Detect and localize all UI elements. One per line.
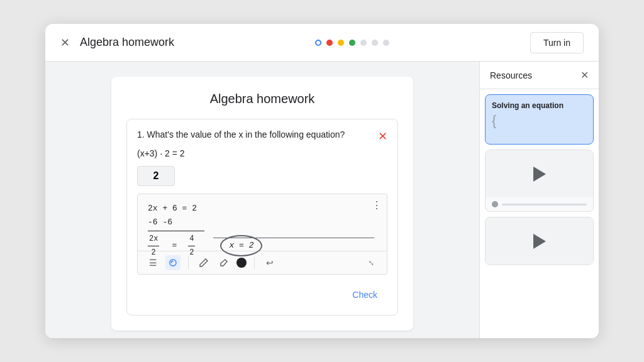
resources-panel: Resources ✕ Solving an equation { — [479, 62, 599, 338]
resource-card-solving-equation[interactable]: Solving an equation { — [485, 94, 594, 145]
drawing-content: ⋮ 2x + 6 = 2 -6 -6 — [138, 194, 387, 251]
resources-list: Solving an equation { — [480, 89, 599, 338]
question-header: 1. What's the value of the x in the foll… — [137, 129, 387, 143]
resources-close-icon[interactable]: ✕ — [580, 69, 589, 81]
resource-card-video-1[interactable] — [485, 150, 594, 212]
video-area-1 — [486, 150, 593, 197]
close-button[interactable]: ✕ — [60, 36, 70, 50]
dot-2[interactable] — [326, 40, 333, 46]
page-title: Algebra homework — [80, 36, 174, 49]
progress-bar-1 — [502, 204, 587, 206]
play-icon-1 — [533, 167, 546, 182]
question-text: 1. What's the value of the x in the foll… — [137, 129, 345, 140]
main-panel: Algebra homework 1. What's the value of … — [45, 62, 479, 338]
content-area: Algebra homework 1. What's the value of … — [45, 62, 599, 338]
underline-bar — [213, 238, 374, 238]
resource-card-video-2[interactable] — [485, 217, 594, 265]
progress-circle-1 — [492, 201, 498, 207]
question-body: What's the value of the x in the followi… — [147, 129, 345, 140]
turn-in-button[interactable]: Turn in — [530, 32, 584, 53]
color-black[interactable] — [236, 258, 247, 268]
question-box: 1. What's the value of the x in the foll… — [126, 119, 398, 315]
dot-6[interactable] — [372, 40, 378, 46]
progress-dots — [315, 40, 389, 46]
main-window: ✕ Algebra homework Turn in Algebra homew… — [45, 24, 599, 338]
resources-header: Resources ✕ — [480, 62, 599, 89]
equation-text: (x+3) · 2 = 2 — [137, 148, 387, 158]
question-number: 1. — [137, 129, 145, 140]
question-close-icon[interactable]: ✕ — [378, 129, 387, 143]
assignment-title: Algebra homework — [126, 92, 398, 106]
video-area-2 — [486, 217, 593, 265]
math-line-3: 2x 2 = 4 2 x = 2 — [148, 233, 377, 259]
check-row: Check — [137, 285, 387, 305]
resource-card-title: Solving an equation — [492, 101, 587, 110]
answer-box[interactable]: 2 — [137, 166, 175, 186]
math-line-2: -6 -6 — [148, 216, 204, 231]
drawing-area[interactable]: ⋮ 2x + 6 = 2 -6 -6 — [137, 194, 387, 275]
dot-3[interactable] — [338, 40, 344, 46]
play-icon-2 — [533, 234, 546, 249]
video-progress-1 — [486, 197, 593, 211]
assignment-card: Algebra homework 1. What's the value of … — [111, 77, 413, 331]
dot-1[interactable] — [315, 40, 321, 46]
check-button[interactable]: Check — [342, 285, 387, 305]
dot-5[interactable] — [360, 40, 367, 46]
resources-title: Resources — [490, 70, 532, 80]
dot-4[interactable] — [349, 40, 355, 46]
dot-7[interactable] — [383, 40, 389, 46]
math-line-1: 2x + 6 = 2 — [148, 202, 377, 216]
resource-card-content: Solving an equation { — [486, 95, 593, 144]
header: ✕ Algebra homework Turn in — [45, 24, 599, 62]
